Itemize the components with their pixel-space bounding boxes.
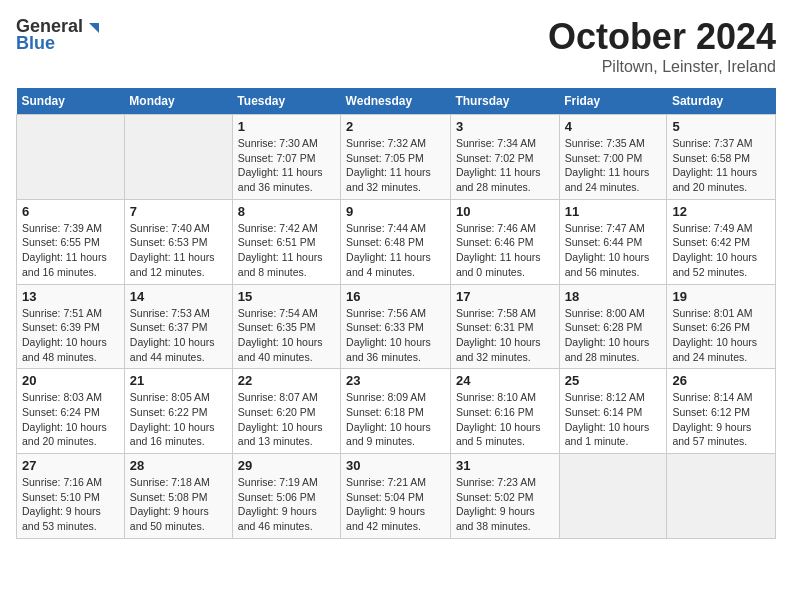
calendar-cell: 15Sunrise: 7:54 AM Sunset: 6:35 PM Dayli… bbox=[232, 284, 340, 369]
day-info: Sunrise: 7:19 AM Sunset: 5:06 PM Dayligh… bbox=[238, 475, 335, 534]
header-tuesday: Tuesday bbox=[232, 88, 340, 115]
day-number: 28 bbox=[130, 458, 227, 473]
logo-icon bbox=[85, 19, 103, 37]
calendar-cell bbox=[17, 115, 125, 200]
header-wednesday: Wednesday bbox=[341, 88, 451, 115]
day-number: 8 bbox=[238, 204, 335, 219]
day-info: Sunrise: 7:49 AM Sunset: 6:42 PM Dayligh… bbox=[672, 221, 770, 280]
calendar-cell: 3Sunrise: 7:34 AM Sunset: 7:02 PM Daylig… bbox=[450, 115, 559, 200]
day-info: Sunrise: 7:51 AM Sunset: 6:39 PM Dayligh… bbox=[22, 306, 119, 365]
day-info: Sunrise: 8:00 AM Sunset: 6:28 PM Dayligh… bbox=[565, 306, 662, 365]
day-info: Sunrise: 8:10 AM Sunset: 6:16 PM Dayligh… bbox=[456, 390, 554, 449]
day-number: 27 bbox=[22, 458, 119, 473]
day-number: 24 bbox=[456, 373, 554, 388]
calendar-cell: 7Sunrise: 7:40 AM Sunset: 6:53 PM Daylig… bbox=[124, 199, 232, 284]
page-header: General Blue October 2024 Piltown, Leins… bbox=[16, 16, 776, 76]
title-block: October 2024 Piltown, Leinster, Ireland bbox=[548, 16, 776, 76]
day-info: Sunrise: 7:37 AM Sunset: 6:58 PM Dayligh… bbox=[672, 136, 770, 195]
day-number: 16 bbox=[346, 289, 445, 304]
day-number: 22 bbox=[238, 373, 335, 388]
calendar-cell: 11Sunrise: 7:47 AM Sunset: 6:44 PM Dayli… bbox=[559, 199, 667, 284]
calendar-cell: 10Sunrise: 7:46 AM Sunset: 6:46 PM Dayli… bbox=[450, 199, 559, 284]
calendar-cell: 29Sunrise: 7:19 AM Sunset: 5:06 PM Dayli… bbox=[232, 454, 340, 539]
calendar-cell: 6Sunrise: 7:39 AM Sunset: 6:55 PM Daylig… bbox=[17, 199, 125, 284]
calendar-cell: 18Sunrise: 8:00 AM Sunset: 6:28 PM Dayli… bbox=[559, 284, 667, 369]
day-info: Sunrise: 7:34 AM Sunset: 7:02 PM Dayligh… bbox=[456, 136, 554, 195]
day-info: Sunrise: 7:30 AM Sunset: 7:07 PM Dayligh… bbox=[238, 136, 335, 195]
day-number: 6 bbox=[22, 204, 119, 219]
page-title: October 2024 bbox=[548, 16, 776, 58]
day-info: Sunrise: 7:35 AM Sunset: 7:00 PM Dayligh… bbox=[565, 136, 662, 195]
calendar-cell: 12Sunrise: 7:49 AM Sunset: 6:42 PM Dayli… bbox=[667, 199, 776, 284]
day-info: Sunrise: 7:46 AM Sunset: 6:46 PM Dayligh… bbox=[456, 221, 554, 280]
calendar-cell bbox=[559, 454, 667, 539]
calendar-cell: 14Sunrise: 7:53 AM Sunset: 6:37 PM Dayli… bbox=[124, 284, 232, 369]
calendar-cell: 17Sunrise: 7:58 AM Sunset: 6:31 PM Dayli… bbox=[450, 284, 559, 369]
calendar-cell: 16Sunrise: 7:56 AM Sunset: 6:33 PM Dayli… bbox=[341, 284, 451, 369]
calendar-cell: 9Sunrise: 7:44 AM Sunset: 6:48 PM Daylig… bbox=[341, 199, 451, 284]
day-number: 21 bbox=[130, 373, 227, 388]
calendar-cell: 2Sunrise: 7:32 AM Sunset: 7:05 PM Daylig… bbox=[341, 115, 451, 200]
day-number: 23 bbox=[346, 373, 445, 388]
svg-marker-0 bbox=[89, 23, 99, 33]
calendar-week-3: 20Sunrise: 8:03 AM Sunset: 6:24 PM Dayli… bbox=[17, 369, 776, 454]
day-number: 11 bbox=[565, 204, 662, 219]
day-number: 12 bbox=[672, 204, 770, 219]
day-info: Sunrise: 8:01 AM Sunset: 6:26 PM Dayligh… bbox=[672, 306, 770, 365]
day-info: Sunrise: 7:54 AM Sunset: 6:35 PM Dayligh… bbox=[238, 306, 335, 365]
calendar-cell bbox=[124, 115, 232, 200]
day-info: Sunrise: 8:05 AM Sunset: 6:22 PM Dayligh… bbox=[130, 390, 227, 449]
day-info: Sunrise: 7:40 AM Sunset: 6:53 PM Dayligh… bbox=[130, 221, 227, 280]
calendar-cell: 1Sunrise: 7:30 AM Sunset: 7:07 PM Daylig… bbox=[232, 115, 340, 200]
day-info: Sunrise: 8:03 AM Sunset: 6:24 PM Dayligh… bbox=[22, 390, 119, 449]
calendar-week-4: 27Sunrise: 7:16 AM Sunset: 5:10 PM Dayli… bbox=[17, 454, 776, 539]
day-info: Sunrise: 7:21 AM Sunset: 5:04 PM Dayligh… bbox=[346, 475, 445, 534]
calendar-cell: 25Sunrise: 8:12 AM Sunset: 6:14 PM Dayli… bbox=[559, 369, 667, 454]
calendar-cell: 24Sunrise: 8:10 AM Sunset: 6:16 PM Dayli… bbox=[450, 369, 559, 454]
day-number: 10 bbox=[456, 204, 554, 219]
day-info: Sunrise: 7:16 AM Sunset: 5:10 PM Dayligh… bbox=[22, 475, 119, 534]
day-info: Sunrise: 7:47 AM Sunset: 6:44 PM Dayligh… bbox=[565, 221, 662, 280]
calendar-cell: 13Sunrise: 7:51 AM Sunset: 6:39 PM Dayli… bbox=[17, 284, 125, 369]
header-row: Sunday Monday Tuesday Wednesday Thursday… bbox=[17, 88, 776, 115]
header-thursday: Thursday bbox=[450, 88, 559, 115]
calendar-cell: 22Sunrise: 8:07 AM Sunset: 6:20 PM Dayli… bbox=[232, 369, 340, 454]
day-number: 5 bbox=[672, 119, 770, 134]
header-sunday: Sunday bbox=[17, 88, 125, 115]
day-number: 2 bbox=[346, 119, 445, 134]
day-number: 1 bbox=[238, 119, 335, 134]
calendar-cell: 5Sunrise: 7:37 AM Sunset: 6:58 PM Daylig… bbox=[667, 115, 776, 200]
calendar-week-1: 6Sunrise: 7:39 AM Sunset: 6:55 PM Daylig… bbox=[17, 199, 776, 284]
day-info: Sunrise: 7:58 AM Sunset: 6:31 PM Dayligh… bbox=[456, 306, 554, 365]
calendar-cell: 28Sunrise: 7:18 AM Sunset: 5:08 PM Dayli… bbox=[124, 454, 232, 539]
calendar-week-2: 13Sunrise: 7:51 AM Sunset: 6:39 PM Dayli… bbox=[17, 284, 776, 369]
calendar-cell: 19Sunrise: 8:01 AM Sunset: 6:26 PM Dayli… bbox=[667, 284, 776, 369]
day-info: Sunrise: 8:07 AM Sunset: 6:20 PM Dayligh… bbox=[238, 390, 335, 449]
calendar-cell: 21Sunrise: 8:05 AM Sunset: 6:22 PM Dayli… bbox=[124, 369, 232, 454]
calendar-cell: 23Sunrise: 8:09 AM Sunset: 6:18 PM Dayli… bbox=[341, 369, 451, 454]
day-number: 4 bbox=[565, 119, 662, 134]
day-number: 15 bbox=[238, 289, 335, 304]
day-number: 19 bbox=[672, 289, 770, 304]
calendar-cell: 31Sunrise: 7:23 AM Sunset: 5:02 PM Dayli… bbox=[450, 454, 559, 539]
calendar-body: 1Sunrise: 7:30 AM Sunset: 7:07 PM Daylig… bbox=[17, 115, 776, 539]
day-number: 31 bbox=[456, 458, 554, 473]
calendar-cell: 27Sunrise: 7:16 AM Sunset: 5:10 PM Dayli… bbox=[17, 454, 125, 539]
day-info: Sunrise: 7:32 AM Sunset: 7:05 PM Dayligh… bbox=[346, 136, 445, 195]
day-info: Sunrise: 8:12 AM Sunset: 6:14 PM Dayligh… bbox=[565, 390, 662, 449]
day-number: 3 bbox=[456, 119, 554, 134]
day-info: Sunrise: 8:14 AM Sunset: 6:12 PM Dayligh… bbox=[672, 390, 770, 449]
calendar-cell: 8Sunrise: 7:42 AM Sunset: 6:51 PM Daylig… bbox=[232, 199, 340, 284]
day-info: Sunrise: 7:44 AM Sunset: 6:48 PM Dayligh… bbox=[346, 221, 445, 280]
calendar-table: Sunday Monday Tuesday Wednesday Thursday… bbox=[16, 88, 776, 539]
day-info: Sunrise: 7:56 AM Sunset: 6:33 PM Dayligh… bbox=[346, 306, 445, 365]
day-number: 9 bbox=[346, 204, 445, 219]
day-number: 13 bbox=[22, 289, 119, 304]
day-number: 17 bbox=[456, 289, 554, 304]
calendar-cell bbox=[667, 454, 776, 539]
day-info: Sunrise: 8:09 AM Sunset: 6:18 PM Dayligh… bbox=[346, 390, 445, 449]
calendar-cell: 26Sunrise: 8:14 AM Sunset: 6:12 PM Dayli… bbox=[667, 369, 776, 454]
header-monday: Monday bbox=[124, 88, 232, 115]
day-number: 26 bbox=[672, 373, 770, 388]
day-info: Sunrise: 7:42 AM Sunset: 6:51 PM Dayligh… bbox=[238, 221, 335, 280]
